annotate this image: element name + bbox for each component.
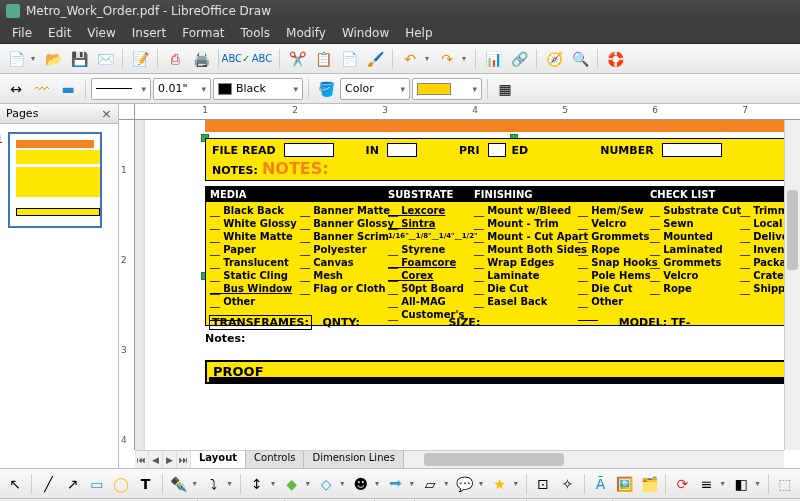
window-title: Metro_Work_Order.pdf - LibreOffice Draw: [26, 4, 271, 18]
menu-view[interactable]: View: [79, 23, 123, 43]
pri-field[interactable]: [488, 143, 506, 157]
pages-panel-header: Pages ×: [0, 104, 118, 124]
redo-button[interactable]: ↷: [435, 47, 459, 71]
rect-tool[interactable]: ▭: [86, 472, 108, 496]
connector-tool[interactable]: ⤵: [202, 472, 224, 496]
orange-bar[interactable]: [205, 120, 784, 132]
select-tool[interactable]: ↖: [4, 472, 26, 496]
in-field[interactable]: [387, 143, 417, 157]
curve-tool[interactable]: ✒️: [168, 472, 190, 496]
edit-file-button[interactable]: 📝: [128, 47, 152, 71]
substrate-col: Lexcore Sintra 1/16"__1/8"__1/4"__1/2" S…: [384, 202, 470, 325]
menu-insert[interactable]: Insert: [124, 23, 174, 43]
shadow-button[interactable]: ▦: [493, 77, 517, 101]
callouts-tool[interactable]: 💬: [454, 472, 476, 496]
pri-label: PRI: [459, 144, 480, 157]
ed-label: ED: [512, 144, 529, 157]
fill-color-select[interactable]: [412, 78, 482, 100]
autospell-button[interactable]: ABC: [250, 47, 274, 71]
notes-label: NOTES:: [212, 164, 258, 177]
cut-button[interactable]: ✂️: [285, 47, 309, 71]
stars-tool[interactable]: ★: [488, 472, 510, 496]
menu-edit[interactable]: Edit: [40, 23, 79, 43]
menu-help[interactable]: Help: [397, 23, 440, 43]
proof-strip: [209, 377, 784, 382]
line-style-select[interactable]: [91, 78, 151, 100]
page-thumbnail[interactable]: 1: [8, 132, 102, 228]
transframes-row: TRANSFRAMES: QNTY: SIZE: MODEL: TF-: [205, 314, 784, 331]
vertical-ruler[interactable]: 12 34: [119, 120, 135, 450]
format-paintbrush-button[interactable]: 🖌️: [363, 47, 387, 71]
line-tool[interactable]: ╱: [37, 472, 59, 496]
from-file-button[interactable]: 🖼️: [614, 472, 636, 496]
menu-tools[interactable]: Tools: [233, 23, 279, 43]
pages-panel: Pages × 1: [0, 104, 119, 468]
page-surface[interactable]: FILE READ IN PRIED NUMBER NOTES: NOTES:: [145, 120, 784, 450]
tab-layout[interactable]: Layout: [191, 451, 246, 468]
rotate-button[interactable]: ⟳: [671, 472, 693, 496]
gallery-button[interactable]: 🗂️: [638, 472, 660, 496]
ellipse-tool[interactable]: ◯: [110, 472, 132, 496]
3d-objects-tool[interactable]: ◆: [280, 472, 302, 496]
new-button[interactable]: 📄: [4, 47, 28, 71]
tab-dimension[interactable]: Dimension Lines: [304, 451, 403, 468]
file-read-field[interactable]: [284, 143, 334, 157]
email-button[interactable]: ✉️: [93, 47, 117, 71]
area-fill-button[interactable]: 🪣: [314, 77, 338, 101]
line-color-icon[interactable]: ▬: [56, 77, 80, 101]
line-width-input[interactable]: 0.01": [153, 78, 211, 100]
fill-type-select[interactable]: Color: [340, 78, 410, 100]
zoom-button[interactable]: 🔍: [568, 47, 592, 71]
options-table[interactable]: MEDIA SUBSTRATE FINISHING CHECK LIST Bla…: [205, 186, 784, 326]
glue-points-tool[interactable]: ✧: [556, 472, 578, 496]
spellcheck-button[interactable]: ABC✓: [224, 47, 248, 71]
paste-button[interactable]: 📄: [337, 47, 361, 71]
line-style-icon[interactable]: 〰: [30, 77, 54, 101]
pages-list[interactable]: 1: [0, 124, 118, 468]
pages-close-icon[interactable]: ×: [101, 106, 112, 121]
menu-format[interactable]: Format: [174, 23, 232, 43]
tab-nav-arrows[interactable]: ⏮◀▶⏭: [135, 451, 191, 468]
horizontal-ruler[interactable]: 12 34 56 7: [135, 104, 800, 120]
horizontal-scrollbar[interactable]: [404, 451, 784, 468]
vertical-scrollbar[interactable]: [784, 120, 800, 450]
number-field[interactable]: [662, 143, 722, 157]
navigator-button[interactable]: 🧭: [542, 47, 566, 71]
print-button[interactable]: 🖨️: [189, 47, 213, 71]
page-number-label: 1: [0, 133, 3, 146]
notes-heading: NOTES:: [262, 159, 329, 178]
open-button[interactable]: 📂: [41, 47, 65, 71]
flowchart-tool[interactable]: ▱: [419, 472, 441, 496]
align-button[interactable]: ≡: [695, 472, 717, 496]
fontwork-tool[interactable]: Ā: [589, 472, 611, 496]
canvas-area: 12 34 56 7 12 34 FILE READ: [119, 104, 800, 468]
menu-file[interactable]: File: [4, 23, 40, 43]
points-tool[interactable]: ⊡: [532, 472, 554, 496]
line-color-select[interactable]: Black: [213, 78, 303, 100]
symbol-shapes-tool[interactable]: ☻: [350, 472, 372, 496]
chart-button[interactable]: 📊: [481, 47, 505, 71]
app-icon: [6, 4, 20, 18]
header-finishing: FINISHING: [470, 187, 646, 202]
text-tool[interactable]: T: [134, 472, 156, 496]
form-header-box[interactable]: FILE READ IN PRIED NUMBER NOTES: NOTES:: [205, 138, 784, 181]
arrow-line-tool[interactable]: ↗: [61, 472, 83, 496]
help-button[interactable]: 🛟: [603, 47, 627, 71]
save-button[interactable]: 💾: [67, 47, 91, 71]
hyperlink-button[interactable]: 🔗: [507, 47, 531, 71]
block-arrows-tool[interactable]: ⮕: [384, 472, 406, 496]
export-pdf-button[interactable]: ⎙: [163, 47, 187, 71]
tab-controls[interactable]: Controls: [246, 451, 304, 468]
undo-button[interactable]: ↶: [398, 47, 422, 71]
basic-shapes-tool[interactable]: ◇: [315, 472, 337, 496]
arrange-button[interactable]: ◧: [730, 472, 752, 496]
lines-arrows-tool[interactable]: ↕: [246, 472, 268, 496]
drawing-canvas[interactable]: FILE READ IN PRIED NUMBER NOTES: NOTES:: [135, 120, 784, 450]
extrusion-button[interactable]: ⬚: [774, 472, 796, 496]
arrow-style-button[interactable]: ↔: [4, 77, 28, 101]
finishing-col-a: Mount w/BleedMount - Trim Mount - Cut Ap…: [470, 202, 574, 325]
menu-window[interactable]: Window: [334, 23, 397, 43]
copy-button[interactable]: 📋: [311, 47, 335, 71]
menu-modify[interactable]: Modify: [278, 23, 334, 43]
size-label: SIZE:: [448, 316, 480, 329]
